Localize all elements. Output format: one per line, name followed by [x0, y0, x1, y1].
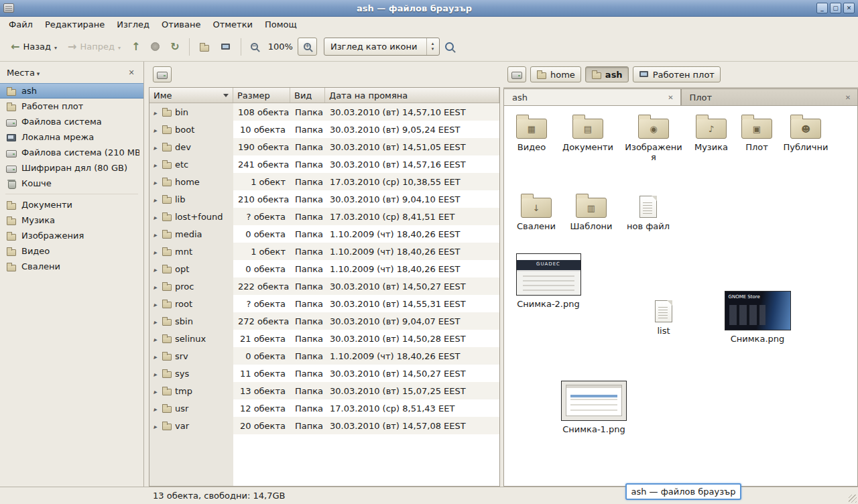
table-row[interactable]: tmp 13 обекта Папка 30.03.2010 (вт) 15,0… — [149, 382, 499, 399]
table-row[interactable]: lost+found ? обекта Папка 17.03.2010 (ср… — [149, 208, 499, 225]
reload-button[interactable]: ↻ — [165, 37, 184, 57]
up-button[interactable]: ↑ — [126, 37, 145, 57]
minimize-button[interactable]: _ — [816, 3, 828, 13]
table-row[interactable]: dev 190 обекта Папка 30.03.2010 (вт) 14,… — [149, 138, 499, 155]
tab-close-icon[interactable] — [843, 92, 853, 103]
table-row[interactable]: srv 0 обекта Папка 1.10.2009 (чт) 18,40,… — [149, 347, 499, 365]
column-header-type[interactable]: Вид — [290, 88, 325, 103]
expander-icon[interactable] — [151, 334, 159, 344]
window-menu-icon[interactable] — [3, 3, 14, 13]
sidebar-item[interactable] — [0, 191, 143, 197]
table-row[interactable]: boot 10 обекта Папка 30.03.2010 (вт) 9,0… — [149, 121, 499, 138]
table-row[interactable]: home 1 обект Папка 17.03.2010 (ср) 10,38… — [149, 173, 499, 190]
icon-item[interactable]: ▣ Плот — [737, 113, 777, 153]
sidebar-item[interactable]: Локална мрежа — [0, 129, 143, 145]
titlebar[interactable]: ash — файлов браузър _ ▢ ✕ — [0, 0, 858, 17]
column-header-size[interactable]: Размер — [233, 88, 290, 103]
icon-item[interactable]: ▥ Шаблони — [566, 192, 617, 232]
sidebar-item[interactable]: Файлова система — [0, 114, 143, 129]
expander-icon[interactable] — [151, 212, 159, 222]
search-button[interactable] — [440, 37, 459, 57]
table-row[interactable]: opt 0 обекта Папка 1.10.2009 (чт) 18,40,… — [149, 260, 499, 277]
icon-item[interactable]: ♪ Музика — [686, 113, 736, 153]
sidebar-item[interactable]: Кошче — [0, 176, 143, 191]
menu-item[interactable]: Файл — [3, 17, 39, 32]
expander-icon[interactable] — [151, 125, 159, 135]
icon-canvas[interactable]: ▦ Видео ▤ Документи ◉ Изображения — [503, 106, 858, 487]
close-button[interactable]: ✕ — [843, 3, 855, 13]
table-row[interactable]: mnt 1 обект Папка 1.10.2009 (чт) 18,40,2… — [149, 243, 499, 260]
column-header-date[interactable]: Дата на промяна — [325, 88, 499, 103]
path-button[interactable]: home — [530, 66, 581, 82]
menu-item[interactable]: Изглед — [111, 17, 156, 32]
sidebar-item[interactable]: Файлова система (210 MB) — [0, 145, 143, 160]
expander-icon[interactable] — [151, 177, 159, 187]
zoom-in-button[interactable]: + — [298, 38, 317, 56]
expander-icon[interactable] — [151, 299, 159, 309]
tab[interactable]: ash — [503, 88, 681, 105]
path-button[interactable]: ash — [585, 66, 629, 82]
table-row[interactable]: etc 241 обекта Папка 30.03.2010 (вт) 14,… — [149, 155, 499, 173]
icon-item[interactable]: ☻ Публични — [780, 113, 832, 153]
sidebar-item[interactable]: Изображения — [0, 228, 143, 243]
expander-icon[interactable] — [151, 160, 159, 170]
expander-icon[interactable] — [151, 247, 159, 257]
expander-icon[interactable] — [151, 403, 159, 414]
expander-icon[interactable] — [151, 386, 159, 396]
stop-button[interactable] — [145, 37, 165, 57]
menu-item[interactable]: Редактиране — [39, 17, 111, 32]
icon-item[interactable]: Снимка-1.png — [559, 381, 629, 435]
sidebar-close-icon[interactable] — [126, 67, 137, 78]
expander-icon[interactable] — [151, 369, 159, 379]
icon-item[interactable]: list — [646, 296, 681, 336]
home-button[interactable] — [194, 37, 215, 57]
sidebar-item[interactable]: Документи — [0, 197, 143, 212]
expander-icon[interactable] — [151, 229, 159, 239]
table-row[interactable]: root ? обекта Папка 30.03.2010 (вт) 14,5… — [149, 295, 499, 312]
expander-icon[interactable] — [151, 142, 159, 152]
expander-icon[interactable] — [151, 351, 159, 361]
icon-item[interactable]: нов файл — [623, 192, 673, 232]
sidebar-item[interactable]: Шифриран дял (80 GB) — [0, 160, 143, 176]
table-row[interactable]: selinux 21 обекта Папка 30.03.2010 (вт) … — [149, 330, 499, 347]
expander-icon[interactable] — [151, 281, 159, 292]
tab[interactable]: Плот — [681, 88, 858, 105]
sidebar-mode-select[interactable]: Места — [7, 68, 40, 78]
table-row[interactable]: media 0 обекта Папка 1.10.2009 (чт) 18,4… — [149, 225, 499, 243]
view-mode-select[interactable]: Изглед като икони — [324, 38, 440, 56]
expander-icon[interactable] — [151, 421, 159, 431]
expander-icon[interactable] — [151, 316, 159, 326]
expander-icon[interactable] — [151, 194, 159, 204]
zoom-out-button[interactable]: − — [245, 37, 263, 57]
menu-item[interactable]: Отиване — [156, 17, 206, 32]
pathbar-root-button[interactable] — [507, 66, 526, 82]
sidebar-item[interactable]: Видео — [0, 243, 143, 259]
combo-stepper-icon[interactable] — [426, 38, 439, 55]
path-button[interactable]: Работен плот — [633, 66, 721, 82]
forward-button[interactable]: → Напред — [62, 37, 126, 57]
menu-item[interactable]: Отметки — [206, 17, 258, 32]
icon-item[interactable]: ▤ Документи — [559, 113, 617, 153]
tab-close-icon[interactable] — [666, 92, 676, 103]
table-row[interactable]: lib 210 обекта Папка 30.03.2010 (вт) 9,0… — [149, 190, 499, 208]
sidebar-item[interactable]: ash — [0, 83, 143, 99]
root-location-button[interactable] — [153, 66, 172, 82]
resize-grip[interactable] — [849, 495, 857, 503]
icon-item[interactable]: GNOME Store Снимка.png — [723, 291, 792, 344]
table-row[interactable]: bin 108 обекта Папка 30.03.2010 (вт) 14,… — [149, 103, 499, 121]
expander-icon[interactable] — [151, 264, 159, 274]
table-row[interactable]: var 20 обекта Папка 30.03.2010 (вт) 14,5… — [149, 417, 499, 434]
table-row[interactable]: proc 222 обекта Папка 30.03.2010 (вт) 14… — [149, 277, 499, 295]
sidebar-item[interactable]: Свалени — [0, 259, 143, 274]
back-dropdown-icon[interactable] — [54, 42, 57, 52]
pane-divider[interactable] — [144, 62, 149, 487]
table-row[interactable]: sbin 272 обекта Папка 30.03.2010 (вт) 9,… — [149, 312, 499, 330]
icon-item[interactable]: GUADEC Снимка-2.png — [513, 253, 583, 310]
maximize-button[interactable]: ▢ — [830, 3, 841, 13]
icon-item[interactable]: ◉ Изображения — [625, 113, 682, 163]
computer-button[interactable] — [215, 37, 237, 57]
icon-item[interactable]: ▦ Видео — [508, 113, 555, 153]
table-row[interactable]: sys 11 обекта Папка 30.03.2010 (вт) 14,5… — [149, 365, 499, 382]
sidebar-item[interactable]: Музика — [0, 212, 143, 228]
menu-item[interactable]: Помощ — [259, 17, 303, 32]
